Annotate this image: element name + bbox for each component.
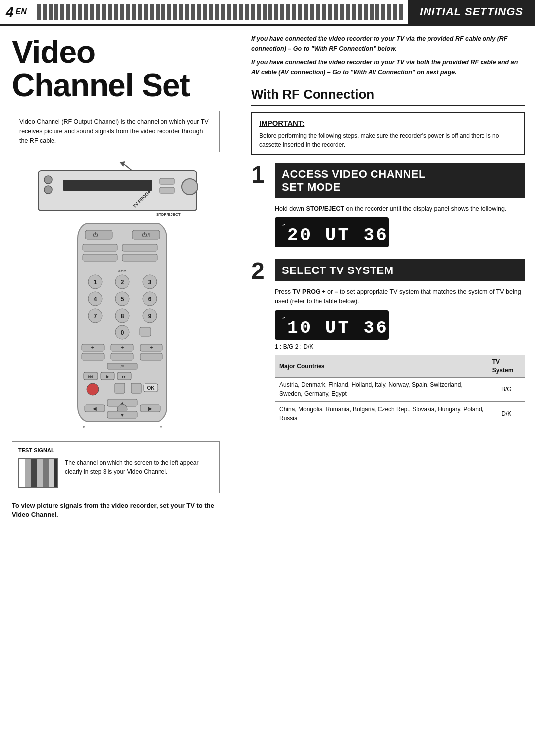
test-signal-content: The channel on which the screen to the l… (18, 458, 214, 488)
remote-svg: ⏻ ⏻/I SHR 1 2 3 4 (73, 223, 172, 432)
tv-ref-text: 1 : B/G 2 : D/K (275, 343, 525, 351)
svg-text:▼: ▼ (120, 412, 125, 418)
test-signal-text: The channel on which the screen to the l… (65, 458, 214, 476)
svg-marker-8 (119, 161, 125, 167)
svg-text:0: 0 (121, 329, 124, 336)
bottom-bold-text: To view picture signals from the video r… (12, 501, 220, 519)
svg-text:5: 5 (121, 296, 124, 303)
step2-text: Press TV PROG + or – to set appropriate … (275, 287, 525, 306)
svg-text:8: 8 (121, 313, 124, 320)
svg-rect-63 (115, 383, 125, 393)
left-column: Video Channel Set Video Channel (RF Outp… (0, 26, 243, 529)
table-col1-header: Major Countries (275, 355, 488, 378)
step1-block: ACCESS VIDEO CHANNEL SET MODE (275, 163, 525, 198)
svg-rect-18 (83, 254, 117, 261)
header-title: INITIAL SETTINGS (408, 0, 535, 24)
svg-text:3: 3 (148, 279, 152, 286)
table-cell-countries-2: China, Mongolia, Rumania, Bulgaria, Czec… (275, 401, 488, 426)
svg-text:///: /// (121, 364, 124, 369)
svg-text:20 UT 36: 20 UT 36 (287, 225, 389, 246)
svg-text:STOP/EJECT: STOP/EJECT (156, 212, 181, 216)
svg-rect-41 (140, 327, 151, 336)
step1-block-title: ACCESS VIDEO CHANNEL SET MODE (282, 168, 518, 193)
svg-text:1: 1 (94, 279, 97, 286)
important-text: Before performing the following steps, m… (259, 131, 517, 149)
svg-text:↗: ↗ (282, 221, 285, 228)
svg-text:10 UT 36: 10 UT 36 (287, 318, 389, 338)
svg-rect-16 (83, 244, 117, 251)
remote-wrapper: ⏻ ⏻/I SHR 1 2 3 4 (12, 223, 233, 432)
svg-text:9: 9 (148, 313, 152, 320)
svg-text:–: – (150, 353, 153, 360)
svg-rect-5 (160, 187, 174, 193)
test-signal-title: TEST SIGNAL (18, 447, 214, 454)
svg-point-77 (83, 426, 85, 428)
rf-section-title: With RF Connection (251, 85, 525, 106)
svg-point-62 (87, 383, 99, 395)
step2-row: 2 SELECT TV SYSTEM Press TV PROG + or – … (251, 259, 525, 426)
lcd2-display: ↗ 10 UT 36 (275, 310, 389, 340)
step1-number: 1 (251, 163, 269, 187)
svg-text:SHR: SHR (118, 269, 127, 273)
page-suffix: EN (16, 6, 27, 17)
svg-rect-19 (122, 254, 157, 261)
svg-text:–: – (91, 353, 95, 360)
page-header: 4EN INITIAL SETTINGS (0, 0, 535, 26)
svg-text:▶: ▶ (148, 406, 152, 411)
description-box: Video Channel (RF Output Channel) is the… (12, 111, 220, 152)
important-label: IMPORTANT: (259, 118, 517, 128)
vcr-device-wrapper: TV PROG+ STOP/EJECT (12, 161, 233, 220)
svg-text:6: 6 (148, 296, 152, 303)
svg-text:2: 2 (121, 279, 124, 286)
table-cell-system-1: B/G (488, 377, 525, 401)
step2-block: SELECT TV SYSTEM (275, 259, 525, 281)
lcd1-wrapper: ↗ 20 UT 36 (275, 217, 525, 247)
svg-text:⏻/I: ⏻/I (142, 232, 150, 238)
page-number: 4EN (0, 0, 33, 24)
lcd2-wrapper: ↗ 10 UT 36 (275, 310, 525, 340)
vcr-device-svg: TV PROG+ STOP/EJECT (33, 161, 212, 220)
svg-text:–: – (121, 353, 124, 360)
svg-text:⏮: ⏮ (88, 374, 93, 379)
test-signal-image (18, 458, 58, 488)
lcd1-display: ↗ 20 UT 36 (275, 217, 389, 247)
svg-text:+: + (120, 344, 124, 351)
svg-text:↗: ↗ (282, 314, 285, 321)
step1-row: 1 ACCESS VIDEO CHANNEL SET MODE Hold dow… (251, 163, 525, 252)
step2-content: SELECT TV SYSTEM Press TV PROG + or – to… (275, 259, 525, 426)
test-signal-box: TEST SIGNAL The channel on which the scr… (12, 441, 220, 493)
svg-point-6 (182, 179, 198, 195)
page-num-digit: 4 (6, 2, 14, 22)
svg-rect-17 (122, 244, 157, 251)
svg-text:◀: ◀ (93, 406, 97, 411)
svg-point-2 (44, 176, 52, 184)
table-cell-countries-1: Austria, Denmark, Finland, Holland, Ital… (275, 377, 488, 401)
table-cell-system-2: D/K (488, 401, 525, 426)
tv-system-table: Major Countries TV System Austria, Denma… (275, 355, 525, 426)
intro-text: If you have connected the video recorder… (251, 34, 525, 77)
page-title: Video Channel Set (12, 36, 233, 102)
svg-rect-12 (85, 230, 112, 239)
important-box: IMPORTANT: Before performing the followi… (251, 112, 525, 155)
svg-text:⏭: ⏭ (122, 374, 127, 379)
svg-point-3 (44, 186, 52, 194)
svg-text:▶: ▶ (106, 374, 109, 379)
step1-content: ACCESS VIDEO CHANNEL SET MODE Hold down … (275, 163, 525, 252)
svg-rect-1 (63, 180, 152, 191)
svg-point-78 (160, 426, 162, 428)
main-layout: Video Channel Set Video Channel (RF Outp… (0, 26, 535, 529)
header-stripe (37, 4, 404, 20)
table-row: China, Mongolia, Rumania, Bulgaria, Czec… (275, 401, 525, 426)
svg-text:+: + (91, 344, 94, 351)
svg-text:OK: OK (147, 385, 155, 391)
svg-text:+: + (149, 344, 153, 351)
svg-rect-64 (131, 383, 141, 393)
svg-rect-4 (160, 178, 174, 184)
table-row: Austria, Denmark, Finland, Holland, Ital… (275, 377, 525, 401)
right-column: If you have connected the video recorder… (243, 26, 535, 529)
step2-number: 2 (251, 259, 269, 283)
svg-text:4: 4 (94, 296, 97, 303)
svg-text:7: 7 (94, 313, 97, 320)
table-col2-header: TV System (488, 355, 525, 378)
step1-text: Hold down STOP/EJECT on the recorder unt… (275, 204, 525, 214)
